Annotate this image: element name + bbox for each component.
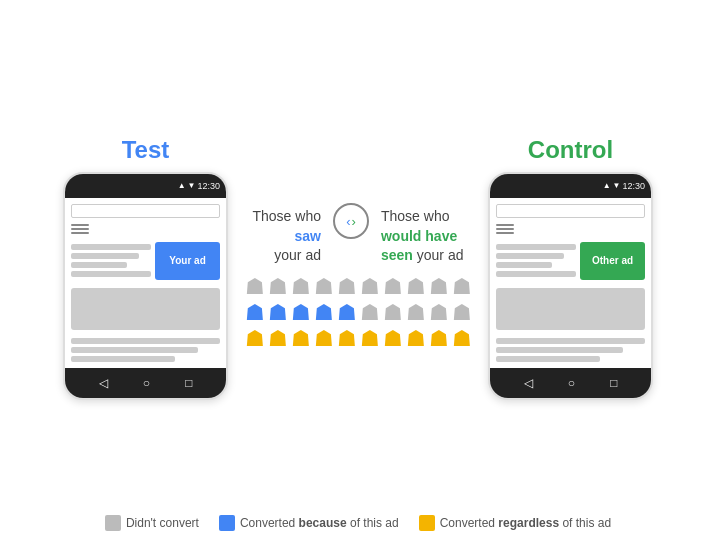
recents-icon: □ [185,376,192,390]
ctrl-bottom-line-1 [496,338,645,344]
ctrl-back-icon: ◁ [524,376,533,390]
ctrl-ad-line-4 [496,271,576,277]
legend: Didn't convert Converted because of this… [105,515,611,539]
person-gold-1: ☗ [245,328,265,350]
gray-legend-text: Didn't convert [126,516,199,530]
test-search-bar [71,204,220,218]
blue-gray-row: ☗ ☗ ☗ ☗ ☗ ☗ ☗ ☗ ☗ ☗ [245,302,472,324]
control-ad-area: Other ad [496,242,645,280]
ctrl-home-icon: ○ [568,376,575,390]
people-section: ☗ ☗ ☗ ☗ ☗ ☗ ☗ ☗ ☗ ☗ ☗ ☗ ☗ ☗ ☗ [238,276,478,350]
person-gray-r2-1: ☗ [360,302,380,324]
test-ad-area: Your ad [71,242,220,280]
control-phone-bottom-bar: ◁ ○ □ [490,368,651,398]
back-icon: ◁ [99,376,108,390]
person-gray-3: ☗ [291,276,311,298]
right-line1: Those who [381,208,449,224]
blue-bold: because [299,516,347,530]
person-gray-r2-2: ☗ [383,302,403,324]
test-gray-block [71,288,220,330]
right-highlight2: seen [381,247,413,263]
test-phone-content: Your ad [65,198,226,368]
control-search-bar [496,204,645,218]
other-ad-button: Other ad [580,242,645,280]
person-gold-4: ☗ [314,328,334,350]
gold-legend-text: Converted regardless of this ad [440,516,611,530]
ctrl-bottom-line-2 [496,347,623,353]
ctrl-ad-line-3 [496,262,552,268]
control-gray-block [496,288,645,330]
test-bottom-lines [71,338,220,362]
person-gray-1: ☗ [245,276,265,298]
middle-text-row: Those who saw your ad ‹ › Those who woul… [248,195,468,266]
person-gray-r2-4: ☗ [429,302,449,324]
bottom-line-1 [71,338,220,344]
control-bottom-lines [496,338,645,362]
person-gray-6: ☗ [360,276,380,298]
signal-bars-icon: ▲ [178,181,186,190]
test-phone-top-bar: ▲ ▼ 12:30 [65,174,226,198]
arrow-circle: ‹ › [333,203,369,239]
left-line1: Those who [253,208,321,224]
bottom-line-2 [71,347,198,353]
test-ad-lines [71,244,151,277]
arrows-inner: ‹ › [346,214,356,229]
wifi-icon: ▼ [188,181,196,190]
control-title: Control [528,136,613,164]
test-hamburger-icon [71,224,89,234]
control-phone-content: Other ad [490,198,651,368]
right-highlight: would have [381,228,457,244]
blue-swatch [219,515,235,531]
ctrl-ad-line-1 [496,244,576,250]
ctrl-signal-icon: ▲ [603,181,611,190]
person-gray-r2-5: ☗ [452,302,472,324]
person-gray-5: ☗ [337,276,357,298]
person-gray-7: ☗ [383,276,403,298]
middle-section: Those who saw your ad ‹ › Those who woul… [238,195,478,350]
person-gray-2: ☗ [268,276,288,298]
person-blue-5: ☗ [337,302,357,324]
left-text: Those who saw your ad [253,195,333,266]
control-hamburger-icon [496,224,514,234]
legend-gold: Converted regardless of this ad [419,515,611,531]
right-arrow-icon: › [351,214,355,229]
control-phone: ▲ ▼ 12:30 [488,172,653,400]
left-arrow-icon: ‹ [346,214,350,229]
ctrl-wifi-icon: ▼ [613,181,621,190]
person-gold-7: ☗ [383,328,403,350]
gray-row-1: ☗ ☗ ☗ ☗ ☗ ☗ ☗ ☗ ☗ ☗ [245,276,472,298]
your-ad-button: Your ad [155,242,220,280]
person-gold-6: ☗ [360,328,380,350]
ad-line-4 [71,271,151,277]
gold-row: ☗ ☗ ☗ ☗ ☗ ☗ ☗ ☗ ☗ ☗ [245,328,472,350]
control-phone-signal: ▲ ▼ 12:30 [603,181,645,191]
legend-blue: Converted because of this ad [219,515,399,531]
ad-line-2 [71,253,139,259]
person-gray-4: ☗ [314,276,334,298]
ad-line-1 [71,244,151,250]
person-gold-9: ☗ [429,328,449,350]
ad-line-3 [71,262,127,268]
person-blue-2: ☗ [268,302,288,324]
control-ad-lines [496,244,576,277]
test-title: Test [122,136,170,164]
test-phone-bottom-bar: ◁ ○ □ [65,368,226,398]
right-line2: your ad [417,247,464,263]
person-blue-1: ☗ [245,302,265,324]
blue-pre: Converted [240,516,299,530]
person-gray-r2-3: ☗ [406,302,426,324]
home-icon: ○ [143,376,150,390]
person-gold-10: ☗ [452,328,472,350]
person-gray-8: ☗ [406,276,426,298]
gold-post: of this ad [559,516,611,530]
person-blue-3: ☗ [291,302,311,324]
person-gold-5: ☗ [337,328,357,350]
gold-swatch [419,515,435,531]
control-phone-top-bar: ▲ ▼ 12:30 [490,174,651,198]
test-phone-time: 12:30 [197,181,220,191]
test-phone-signal: ▲ ▼ 12:30 [178,181,220,191]
control-phone-time: 12:30 [622,181,645,191]
left-line2: your ad [274,247,321,263]
legend-gray: Didn't convert [105,515,199,531]
person-gold-8: ☗ [406,328,426,350]
